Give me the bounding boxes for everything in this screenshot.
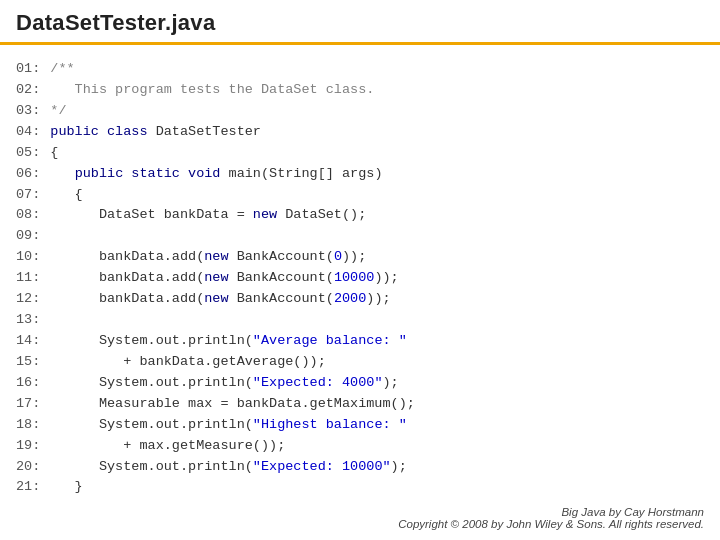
code-line-08: 08: DataSet bankData = new DataSet();: [16, 205, 704, 226]
code-line-10: 10: bankData.add(new BankAccount(0));: [16, 247, 704, 268]
code-line-14: 14: System.out.println("Average balance:…: [16, 331, 704, 352]
code-line-09: 09:: [16, 226, 704, 247]
code-line-15: 15: + bankData.getAverage());: [16, 352, 704, 373]
code-line-01: 01: /**: [16, 59, 704, 80]
code-line-05: 05: {: [16, 143, 704, 164]
code-line-11: 11: bankData.add(new BankAccount(10000))…: [16, 268, 704, 289]
title-bar: DataSetTester.java: [0, 0, 720, 45]
code-line-17: 17: Measurable max = bankData.getMaximum…: [16, 394, 704, 415]
code-line-03: 03: */: [16, 101, 704, 122]
footer: Big Java by Cay Horstmann Copyright © 20…: [398, 506, 704, 530]
code-line-18: 18: System.out.println("Highest balance:…: [16, 415, 704, 436]
footer-line1: Big Java by Cay Horstmann: [398, 506, 704, 518]
code-line-04: 04: public class DataSetTester: [16, 122, 704, 143]
code-line-06: 06: public static void main(String[] arg…: [16, 164, 704, 185]
page-title: DataSetTester.java: [16, 10, 704, 36]
code-block: 01: /** 02: This program tests the DataS…: [16, 59, 704, 498]
code-content: 01: /** 02: This program tests the DataS…: [0, 45, 720, 506]
code-line-02: 02: This program tests the DataSet class…: [16, 80, 704, 101]
code-line-19: 19: + max.getMeasure());: [16, 436, 704, 457]
code-line-07: 07: {: [16, 185, 704, 206]
code-line-13: 13:: [16, 310, 704, 331]
footer-line2: Copyright © 2008 by John Wiley & Sons. A…: [398, 518, 704, 530]
code-line-21: 21: }: [16, 477, 704, 498]
code-line-12: 12: bankData.add(new BankAccount(2000));: [16, 289, 704, 310]
code-line-16: 16: System.out.println("Expected: 4000")…: [16, 373, 704, 394]
code-line-20: 20: System.out.println("Expected: 10000"…: [16, 457, 704, 478]
